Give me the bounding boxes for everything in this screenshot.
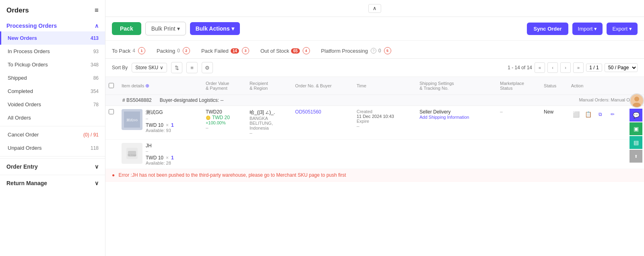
order-value-sub: TWD 20 xyxy=(212,115,230,120)
row-checkbox[interactable] xyxy=(109,109,114,114)
item2-name: JH xyxy=(146,143,174,149)
item2-available: Available: 28 xyxy=(146,161,174,165)
item-price: TWD 10 xyxy=(146,122,163,128)
collapse-float-button[interactable]: ⬆ xyxy=(630,150,642,163)
bulk-actions-button[interactable]: Bulk Actions ▾ xyxy=(190,22,240,35)
item-name: 测试GG xyxy=(146,109,174,116)
import-button[interactable]: Import ▾ xyxy=(572,23,603,35)
sidebar-return-manage[interactable]: Return Manage ∨ xyxy=(0,175,105,191)
sort-select[interactable]: Store SKU ∨ xyxy=(132,63,167,72)
sort-desc-icon-btn[interactable]: ≡ xyxy=(186,62,198,73)
created-label: Created xyxy=(357,109,413,114)
item2-sku: – xyxy=(146,149,174,153)
sidebar-item-label: In Process Orders xyxy=(8,48,50,54)
toolbar: Pack Bulk Print ▾ Bulk Actions ▾ Sync Or… xyxy=(105,17,644,41)
sidebar-item-count: 413 xyxy=(91,35,99,41)
bulk-print-button[interactable]: Bulk Print ▾ xyxy=(145,22,186,35)
tab-to-pack-circle: 1 xyxy=(138,47,145,54)
order-value: TWD20 xyxy=(206,109,243,115)
export-chevron: ▾ xyxy=(629,26,632,32)
teal-icon-button[interactable]: ▤ xyxy=(630,136,642,149)
bulk-print-chevron: ▾ xyxy=(177,25,180,32)
sidebar-item-voided[interactable]: Voided Orders 78 xyxy=(0,98,105,111)
green-icon-button[interactable]: ▣ xyxy=(630,122,642,135)
select-all-checkbox[interactable] xyxy=(109,83,114,88)
th-recipient: Recipient& Region xyxy=(246,77,292,95)
collapse-button[interactable]: ∧ xyxy=(368,4,381,13)
error-message: Error :JH has not been pushed to the thi… xyxy=(119,172,346,178)
processing-chevron-up: ∧ xyxy=(95,23,99,29)
sidebar-order-entry[interactable]: Order Entry ∨ xyxy=(0,158,105,175)
status-cell: New xyxy=(541,106,568,140)
pack-button[interactable]: Pack xyxy=(112,22,141,35)
bulk-actions-label: Bulk Actions xyxy=(196,25,230,32)
sidebar-item-new-orders[interactable]: New Orders 413 xyxy=(0,31,105,45)
sidebar-header: Orders ≡ xyxy=(0,0,105,19)
tab-out-of-stock-circle: 4 xyxy=(303,47,310,54)
avatar-button[interactable] xyxy=(630,93,644,108)
filter-bar: Sort By Store SKU ∨ ⇅ ≡ ⚙ 1 - 14 of 14 «… xyxy=(105,59,644,77)
next-page-button[interactable]: › xyxy=(560,62,571,73)
table-row: No Image JH – TWD 10 × 1 xyxy=(105,140,644,169)
export-button[interactable]: Export ▾ xyxy=(607,23,638,35)
svg-text:No Image: No Image xyxy=(128,154,136,156)
tab-to-pack-label: To Pack xyxy=(112,48,130,54)
marketplace-status-cell: – xyxy=(497,106,541,140)
tab-pack-failed[interactable]: Pack Failed 14 3 xyxy=(201,44,249,58)
order-id: # BS5048882 xyxy=(122,97,152,103)
sidebar-item-all-orders[interactable]: All Orders xyxy=(0,111,105,124)
sort-asc-icon-btn[interactable]: ⇅ xyxy=(171,62,182,73)
collapse-icon[interactable]: ≡ xyxy=(95,6,99,14)
tab-pack-failed-circle: 3 xyxy=(242,47,249,54)
bulk-actions-chevron: ▾ xyxy=(231,25,234,32)
prev-page-button[interactable]: ‹ xyxy=(547,62,558,73)
main-content: ∧ Pack Bulk Print ▾ Bulk Actions ▾ Sync … xyxy=(105,0,644,256)
action-box-icon[interactable]: ⬜ xyxy=(571,109,582,120)
order-no-cell: OD5051560 xyxy=(292,106,353,140)
right-float-panel: 💬 ▣ ▤ ⬆ xyxy=(630,93,644,163)
order-logistics: Buyer-designated Logistics: -- xyxy=(160,97,224,103)
chat-icon-button[interactable]: 💬 xyxy=(630,109,642,122)
th-time: Time xyxy=(353,77,416,95)
item-image: 测试GG xyxy=(122,109,142,130)
sidebar: Orders ≡ Processing Orders ∧ New Orders … xyxy=(0,0,105,256)
order-header-row: # BS5048882 Buyer-designated Logistics: … xyxy=(105,95,644,106)
expire-val: – xyxy=(357,124,413,129)
sidebar-item-unpaid-orders[interactable]: Unpaid Orders 118 xyxy=(0,141,105,155)
sidebar-item-to-pickup[interactable]: To Pickup Orders 348 xyxy=(0,58,105,71)
sync-order-button[interactable]: Sync Order xyxy=(527,23,568,35)
sidebar-item-label: All Orders xyxy=(8,115,31,121)
add-shipping-link[interactable]: Add Shipping Information xyxy=(419,115,493,120)
sidebar-item-in-process[interactable]: In Process Orders 93 xyxy=(0,45,105,58)
processing-orders-section[interactable]: Processing Orders ∧ xyxy=(0,19,105,31)
tab-to-pack[interactable]: To Pack 4 1 xyxy=(112,44,145,58)
sidebar-item-label: To Pickup Orders xyxy=(8,62,48,68)
tab-pack-failed-badge: 14 xyxy=(231,48,239,54)
tab-out-of-stock[interactable]: Out of Stock 65 4 xyxy=(260,44,310,58)
error-icon: ● xyxy=(112,172,115,178)
time-cell: Created 11 Dec 2024 10:43 Expire – xyxy=(353,106,416,140)
sidebar-item-completed[interactable]: Completed 354 xyxy=(0,85,105,98)
sidebar-item-count: 348 xyxy=(91,62,99,68)
pagination-text: 1 - 14 of 14 xyxy=(508,65,532,70)
order-no[interactable]: OD5051560 xyxy=(295,109,350,115)
sidebar-item-label: Shipped xyxy=(8,75,27,81)
last-page-button[interactable]: » xyxy=(573,62,584,73)
action-copy-icon[interactable]: ⧉ xyxy=(595,109,606,120)
action-doc-icon[interactable]: 📋 xyxy=(583,109,594,120)
page-input[interactable] xyxy=(586,64,602,72)
shipping-cell: Seller Delivery Add Shipping Information xyxy=(416,106,497,140)
sidebar-item-shipped[interactable]: Shipped 86 xyxy=(0,71,105,85)
page-size-select[interactable]: 50 / Page xyxy=(605,63,638,72)
item-details-cell: 测试GG 测试GG – TWD 10 × 1 xyxy=(118,106,202,140)
first-page-button[interactable]: « xyxy=(535,62,545,73)
tab-packing-label: Packing xyxy=(157,48,175,54)
sidebar-item-cancel-order[interactable]: Cancel Order (0) / 91 xyxy=(0,128,105,141)
add-column-icon[interactable]: ⊕ xyxy=(145,83,149,89)
tab-packing[interactable]: Packing 0 2 xyxy=(157,44,190,58)
action-edit-icon[interactable]: ✏ xyxy=(607,109,618,120)
settings-icon-btn[interactable]: ⚙ xyxy=(202,62,213,73)
svg-point-6 xyxy=(634,97,639,101)
recipient-cell: 哈_(|3] ∠)_. BANGKA BELITUNG, Indonesia – xyxy=(246,106,292,140)
tab-platform-processing[interactable]: Platform Processing ? 0 5 xyxy=(321,44,391,58)
